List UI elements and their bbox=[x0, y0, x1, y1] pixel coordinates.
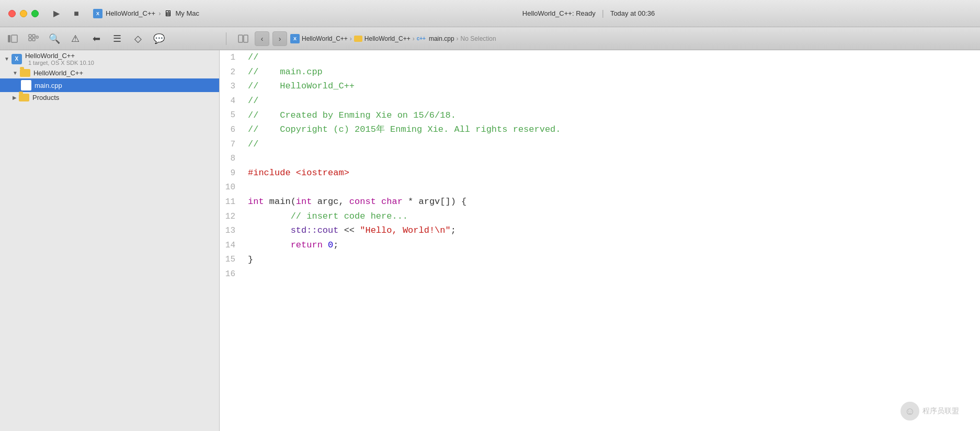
title-bar-center: HelloWorld_C++: Ready | Today at 00:36 bbox=[206, 9, 972, 18]
comment-button[interactable]: 💬 bbox=[151, 30, 167, 47]
title-bar: ▶ ■ X HelloWorld_C++ › 🖥 My Mac HelloWor… bbox=[0, 0, 980, 27]
line-number: 15 bbox=[220, 252, 246, 267]
target-icon: 🖥 bbox=[164, 9, 172, 18]
search-button[interactable]: 🔍 bbox=[46, 30, 63, 47]
line-number: 7 bbox=[220, 137, 246, 152]
xcode-proj-icon: X bbox=[290, 34, 300, 43]
group-label: HelloWorld_C++ bbox=[33, 69, 83, 77]
line-content: // main.cpp bbox=[246, 65, 980, 80]
table-row: 6// Copyright (c) 2015年 Enming Xie. All … bbox=[220, 122, 980, 137]
breadcrumb-arrow-1: › bbox=[158, 9, 161, 17]
table-row: 7// bbox=[220, 137, 980, 152]
minimize-button[interactable] bbox=[20, 10, 27, 17]
table-row: 1// bbox=[220, 50, 980, 65]
line-number: 2 bbox=[220, 65, 246, 80]
line-number: 1 bbox=[220, 50, 246, 65]
sidebar-item-maincpp[interactable]: c++ main.cpp bbox=[0, 78, 219, 92]
breadcrumb-folder[interactable]: HelloWorld_C++ bbox=[364, 35, 411, 42]
hierarchy-button[interactable] bbox=[25, 30, 42, 47]
tag-button[interactable]: ◇ bbox=[130, 30, 146, 47]
table-row: 13 std::cout << "Hello, World!\n"; bbox=[220, 223, 980, 238]
back-forward-group[interactable]: ⬅ bbox=[88, 30, 105, 47]
svg-rect-0 bbox=[8, 35, 10, 42]
toolbar-left: 🔍 ⚠ ⬅ ☰ ◇ 💬 bbox=[4, 30, 224, 47]
svg-rect-3 bbox=[29, 38, 31, 41]
table-row: 3// HelloWorld_C++ bbox=[220, 79, 980, 94]
toolbar: 🔍 ⚠ ⬅ ☰ ◇ 💬 ‹ › X HelloWorld_C++ › Hello… bbox=[0, 27, 980, 50]
line-number: 13 bbox=[220, 223, 246, 238]
line-number: 8 bbox=[220, 151, 246, 166]
table-row: 5// Created by Enming Xie on 15/6/18. bbox=[220, 108, 980, 122]
line-content: } bbox=[246, 252, 980, 267]
triangle-products: ▶ bbox=[13, 95, 17, 100]
table-row: 12 // insert code here... bbox=[220, 209, 980, 224]
project-icon-sidebar: X bbox=[12, 54, 22, 64]
svg-rect-2 bbox=[29, 35, 31, 37]
stop-button[interactable]: ■ bbox=[69, 6, 84, 21]
line-content: int main(int argc, const char * argv[]) … bbox=[246, 195, 980, 209]
traffic-lights bbox=[8, 10, 39, 17]
line-content: // HelloWorld_C++ bbox=[246, 79, 980, 94]
list-button[interactable]: ☰ bbox=[109, 30, 126, 47]
line-number: 4 bbox=[220, 94, 246, 108]
line-number: 9 bbox=[220, 166, 246, 180]
breadcrumb-file-icon: c++ bbox=[417, 36, 426, 41]
target-name: My Mac bbox=[175, 9, 199, 17]
nav-back-button[interactable]: ‹ bbox=[255, 31, 269, 46]
line-content: // insert code here... bbox=[246, 209, 980, 224]
table-row: 10 bbox=[220, 180, 980, 195]
svg-rect-6 bbox=[36, 36, 38, 38]
status-divider: | bbox=[602, 9, 604, 18]
table-row: 15} bbox=[220, 252, 980, 267]
title-bar-controls: ▶ ■ X HelloWorld_C++ › 🖥 My Mac bbox=[49, 6, 199, 21]
line-number: 10 bbox=[220, 180, 246, 195]
sidebar: ▼ X HelloWorld_C++ 1 target, OS X SDK 10… bbox=[0, 50, 220, 431]
code-table: 1//2// main.cpp3// HelloWorld_C++4//5// … bbox=[220, 50, 980, 281]
run-button[interactable]: ▶ bbox=[49, 6, 64, 21]
triangle-project: ▼ bbox=[4, 56, 9, 62]
maximize-button[interactable] bbox=[31, 10, 39, 17]
editor-area: 1//2// main.cpp3// HelloWorld_C++4//5// … bbox=[220, 50, 980, 431]
line-number: 12 bbox=[220, 209, 246, 224]
status-datetime: Today at 00:36 bbox=[610, 9, 655, 17]
line-content: return 0; bbox=[246, 238, 980, 253]
line-number: 3 bbox=[220, 79, 246, 94]
breadcrumb-sep-1: › bbox=[350, 35, 352, 42]
sidebar-item-products[interactable]: ▶ Products bbox=[0, 92, 219, 103]
line-number: 5 bbox=[220, 108, 246, 122]
svg-rect-8 bbox=[244, 35, 248, 42]
toolbar-right: ‹ › X HelloWorld_C++ › HelloWorld_C++ › … bbox=[229, 30, 976, 47]
table-row: 8 bbox=[220, 151, 980, 166]
sidebar-item-project[interactable]: ▼ X HelloWorld_C++ 1 target, OS X SDK 10… bbox=[0, 50, 219, 67]
line-number: 6 bbox=[220, 122, 246, 137]
folder-icon-products bbox=[19, 94, 29, 101]
maincpp-label: main.cpp bbox=[35, 82, 62, 89]
close-button[interactable] bbox=[8, 10, 16, 17]
line-content: // bbox=[246, 137, 980, 152]
line-content: #include <iostream> bbox=[246, 166, 980, 180]
table-row: 2// main.cpp bbox=[220, 65, 980, 80]
svg-rect-1 bbox=[12, 35, 17, 42]
line-content: // bbox=[246, 50, 980, 65]
sidebar-item-group[interactable]: ▼ HelloWorld_C++ bbox=[0, 67, 219, 78]
main-content: ▼ X HelloWorld_C++ 1 target, OS X SDK 10… bbox=[0, 50, 980, 431]
nav-forward-button[interactable]: › bbox=[272, 31, 287, 46]
warning-button[interactable]: ⚠ bbox=[67, 30, 84, 47]
line-number: 16 bbox=[220, 267, 246, 281]
breadcrumb-project[interactable]: HelloWorld_C++ bbox=[302, 35, 348, 42]
breadcrumb-selection[interactable]: No Selection bbox=[461, 35, 496, 42]
folder-icon-group bbox=[20, 69, 30, 77]
table-row: 14 return 0; bbox=[220, 238, 980, 253]
svg-rect-7 bbox=[238, 35, 243, 42]
code-editor[interactable]: 1//2// main.cpp3// HelloWorld_C++4//5// … bbox=[220, 50, 980, 431]
line-content: // Copyright (c) 2015年 Enming Xie. All r… bbox=[246, 122, 980, 137]
line-content bbox=[246, 180, 980, 195]
breadcrumb-sep-2: › bbox=[413, 35, 415, 42]
navigator-toggle-button[interactable] bbox=[4, 30, 21, 47]
status-title: HelloWorld_C++: Ready bbox=[522, 9, 596, 17]
breadcrumb-file[interactable]: main.cpp bbox=[429, 35, 454, 42]
line-number: 11 bbox=[220, 195, 246, 209]
editor-layout-button[interactable] bbox=[235, 30, 252, 47]
breadcrumb-sep-3: › bbox=[457, 35, 459, 42]
line-content bbox=[246, 267, 980, 281]
